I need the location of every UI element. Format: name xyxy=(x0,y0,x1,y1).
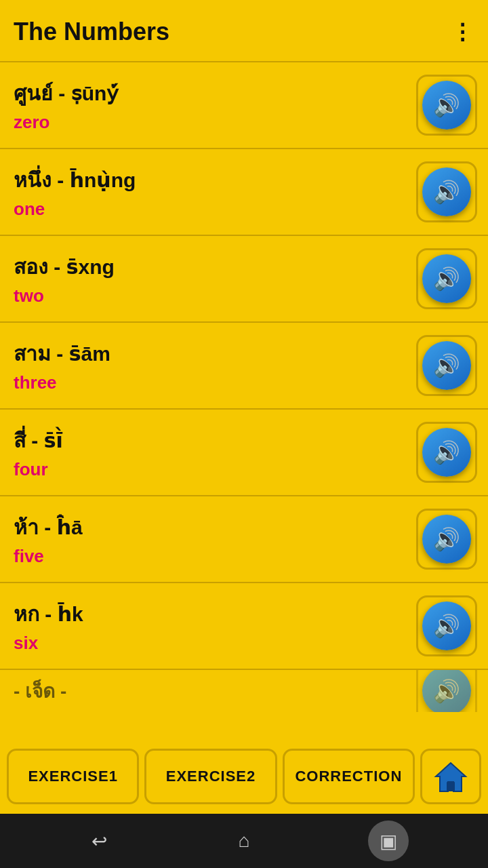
thai-seven-partial: - เจ็ด - xyxy=(14,676,66,706)
speaker-circle: 🔊 xyxy=(422,669,471,712)
home-icon xyxy=(433,759,468,794)
list-item: หก - h̄k six 🔊 xyxy=(0,582,488,669)
speaker-button-three[interactable]: 🔊 xyxy=(416,335,477,396)
speaker-circle: 🔊 xyxy=(422,601,471,650)
system-nav-bar: ↩ ⌂ ▣ xyxy=(0,814,488,868)
bottom-nav-bar: EXERCISE1 EXERCISE2 CORRECTION xyxy=(0,739,488,814)
list-item: สอง - s̄xng two 🔊 xyxy=(0,235,488,321)
correction-button[interactable]: CORRECTION xyxy=(283,749,415,804)
list-item: หนึ่ง - h̄nụ̀ng one 🔊 xyxy=(0,148,488,235)
page-title: The Numbers xyxy=(14,18,169,46)
speaker-button-five[interactable]: 🔊 xyxy=(416,509,477,570)
thai-one: หนึ่ง - h̄nụ̀ng xyxy=(14,164,136,196)
list-item: สี่ - s̄ī̀ four 🔊 xyxy=(0,408,488,495)
home-button[interactable] xyxy=(420,749,481,804)
list-item-partial: - เจ็ด - 🔊 xyxy=(0,669,488,712)
speaker-button-two[interactable]: 🔊 xyxy=(416,248,477,309)
row-text-three: สาม - s̄ām three xyxy=(14,338,110,393)
speaker-circle: 🔊 xyxy=(422,515,471,564)
top-bar: The Numbers ⋮ xyxy=(0,0,488,61)
speaker-icon: 🔊 xyxy=(433,92,460,118)
speaker-button-one[interactable]: 🔊 xyxy=(416,161,477,222)
english-five: five xyxy=(14,546,83,567)
speaker-circle: 🔊 xyxy=(422,167,471,216)
system-home-icon: ⌂ xyxy=(239,830,250,852)
back-icon: ↩ xyxy=(92,830,107,852)
row-text-one: หนึ่ง - h̄nụ̀ng one xyxy=(14,164,136,220)
speaker-icon: 🔊 xyxy=(433,526,460,552)
row-text-five: ห้า - h̄̂ā five xyxy=(14,511,83,567)
speaker-icon: 🔊 xyxy=(433,678,460,704)
speaker-circle: 🔊 xyxy=(422,254,471,303)
thai-five: ห้า - h̄̂ā xyxy=(14,511,83,543)
thai-three: สาม - s̄ām xyxy=(14,338,110,370)
thai-zero: ศูนย์ - ṣūnẏ́ xyxy=(14,77,119,109)
list-item: ศูนย์ - ṣūnẏ́ zero 🔊 xyxy=(0,61,488,148)
english-two: two xyxy=(14,285,115,307)
list-item: ห้า - h̄̂ā five 🔊 xyxy=(0,495,488,582)
english-four: four xyxy=(14,459,63,480)
row-text-zero: ศูนย์ - ṣūnẏ́ zero xyxy=(14,77,119,133)
speaker-icon: 🔊 xyxy=(433,179,460,205)
exercise2-button[interactable]: EXERCISE2 xyxy=(144,749,277,804)
exercise1-button[interactable]: EXERCISE1 xyxy=(7,749,139,804)
english-zero: zero xyxy=(14,112,119,133)
english-three: three xyxy=(14,372,110,393)
thai-four: สี่ - s̄ī̀ xyxy=(14,425,63,456)
speaker-button-seven-partial[interactable]: 🔊 xyxy=(416,669,477,712)
row-text-two: สอง - s̄xng two xyxy=(14,251,115,307)
recents-button[interactable]: ▣ xyxy=(368,821,409,861)
english-six: six xyxy=(14,633,83,654)
speaker-icon: 🔊 xyxy=(433,439,460,465)
thai-six: หก - h̄k xyxy=(14,598,83,630)
system-home-button[interactable]: ⌂ xyxy=(224,821,264,861)
speaker-icon: 🔊 xyxy=(433,353,460,378)
number-list: ศูนย์ - ṣūnẏ́ zero 🔊 หนึ่ง - h̄nụ̀ng one… xyxy=(0,61,488,739)
speaker-circle: 🔊 xyxy=(422,341,471,390)
svg-rect-1 xyxy=(447,782,455,791)
menu-button[interactable]: ⋮ xyxy=(451,19,474,45)
speaker-button-six[interactable]: 🔊 xyxy=(416,595,477,656)
row-text-six: หก - h̄k six xyxy=(14,598,83,654)
row-text-four: สี่ - s̄ī̀ four xyxy=(14,425,63,480)
speaker-icon: 🔊 xyxy=(433,613,460,639)
speaker-circle: 🔊 xyxy=(422,428,471,477)
speaker-button-four[interactable]: 🔊 xyxy=(416,422,477,483)
speaker-circle: 🔊 xyxy=(422,81,471,130)
thai-two: สอง - s̄xng xyxy=(14,251,115,283)
list-item: สาม - s̄ām three 🔊 xyxy=(0,321,488,408)
speaker-icon: 🔊 xyxy=(433,266,460,292)
speaker-button-zero[interactable]: 🔊 xyxy=(416,75,477,136)
english-one: one xyxy=(14,199,136,220)
recents-icon: ▣ xyxy=(380,830,397,852)
back-button[interactable]: ↩ xyxy=(79,821,120,861)
